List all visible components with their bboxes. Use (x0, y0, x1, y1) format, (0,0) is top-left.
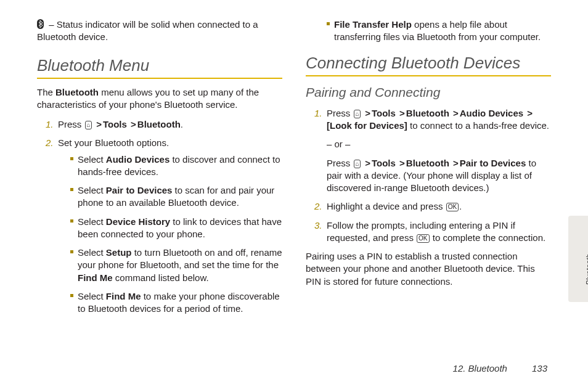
left-column: – Status indicator will be solid when co… (37, 18, 282, 321)
option-find-me: Select Find Me to make your phone discov… (70, 290, 282, 316)
bluetooth-options-list: Select Audio Devices to discover and con… (58, 153, 282, 316)
or-separator: – or – (327, 138, 551, 150)
footer-page-number: 133 (532, 362, 547, 375)
menu-key-icon: ⌂ (354, 110, 361, 118)
footer-chapter: 12. Bluetooth (453, 362, 507, 375)
ok-key-icon: OK (417, 234, 429, 243)
menu-key-icon: ⌂ (85, 121, 92, 129)
step-follow-prompts: Follow the prompts, including entering a… (317, 219, 551, 245)
bluetooth-icon (37, 19, 44, 29)
heading-bluetooth-menu: Bluetooth Menu (37, 55, 282, 76)
pairing-note: Pairing uses a PIN to establish a truste… (306, 250, 551, 288)
step-press-tools-bluetooth: Press ⌂ >Tools >Bluetooth. (48, 118, 282, 131)
heading-rule (306, 75, 551, 76)
step-set-options: Set your Bluetooth options. Select Audio… (48, 137, 282, 315)
heading-connecting-devices: Connecting Bluetooth Devices (306, 52, 551, 74)
breadcrumb-gt: > (95, 118, 103, 131)
option-file-transfer-help: File Transfer Help opens a help file abo… (327, 18, 551, 44)
bluetooth-menu-intro: The Bluetooth menu allows you to set up … (37, 86, 282, 112)
right-column: File Transfer Help opens a help file abo… (306, 18, 551, 321)
option-setup: Select Setup to turn Bluetooth on and of… (70, 247, 282, 284)
option-audio-devices: Select Audio Devices to discover and con… (70, 153, 282, 179)
breadcrumb-gt: > (129, 118, 137, 131)
subheading-pairing-connecting: Pairing and Connecting (306, 84, 551, 101)
heading-rule (37, 78, 282, 79)
step-highlight-device: Highlight a device and press OK. (317, 200, 551, 213)
page-content: – Status indicator will be solid when co… (0, 0, 588, 321)
bluetooth-menu-steps: Press ⌂ >Tools >Bluetooth. Set your Blue… (37, 118, 282, 315)
page-footer: 12. Bluetooth 133 (453, 362, 547, 375)
option-pair-to-devices: Select Pair to Devices to scan for and p… (70, 184, 282, 210)
pairing-steps: Press ⌂ >Tools >Bluetooth >Audio Devices… (306, 107, 551, 244)
status-indicator-line: – Status indicator will be solid when co… (37, 18, 282, 44)
step-look-for-devices: Press ⌂ >Tools >Bluetooth >Audio Devices… (317, 107, 551, 195)
file-transfer-help-list: File Transfer Help opens a help file abo… (306, 18, 551, 44)
side-tab-label: Bluetooth (584, 254, 588, 285)
option-device-history: Select Device History to link to devices… (70, 216, 282, 241)
ok-key-icon: OK (446, 203, 459, 211)
menu-key-icon: ⌂ (354, 160, 361, 168)
